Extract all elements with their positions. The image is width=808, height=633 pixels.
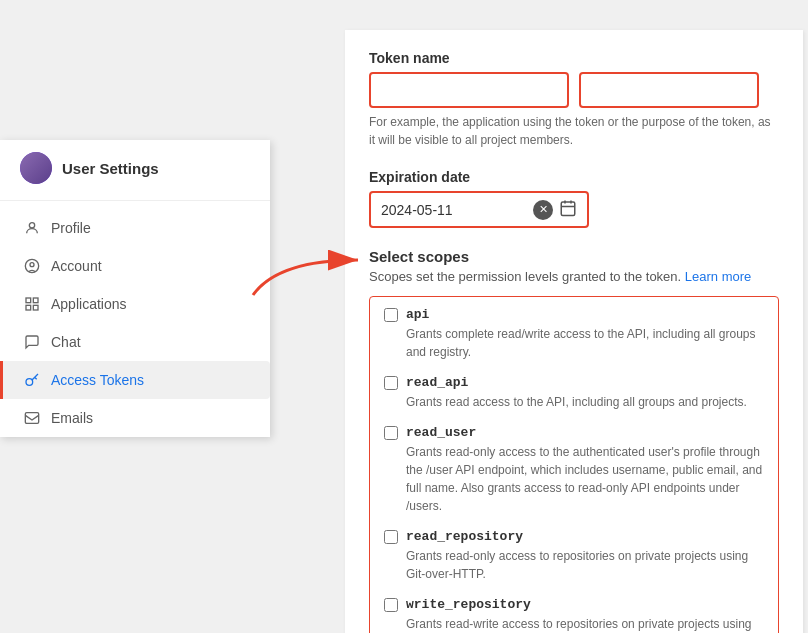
scopes-box: api Grants complete read/write access to…	[369, 296, 779, 633]
account-icon	[23, 257, 41, 275]
svg-point-2	[30, 263, 34, 267]
scope-write-repository-name: write_repository	[406, 597, 531, 612]
sidebar-title: User Settings	[62, 160, 159, 177]
avatar	[20, 152, 52, 184]
scope-api-name: api	[406, 307, 429, 322]
scope-write-repository: write_repository Grants read-write acces…	[384, 597, 764, 633]
clear-date-icon[interactable]: ✕	[533, 200, 553, 220]
svg-rect-3	[26, 298, 31, 303]
form-section: Token name For example, the application …	[369, 50, 779, 633]
scope-read-api-checkbox[interactable]	[384, 376, 398, 390]
scope-read-repository-header: read_repository	[384, 529, 764, 544]
token-name-input[interactable]	[369, 72, 569, 108]
expiration-group: Expiration date ✕	[369, 169, 779, 228]
token-name-input-2[interactable]	[579, 72, 759, 108]
token-name-group: Token name For example, the application …	[369, 50, 779, 149]
scopes-section: Select scopes Scopes set the permission …	[369, 248, 779, 633]
scope-read-repository-checkbox[interactable]	[384, 530, 398, 544]
date-input[interactable]	[381, 202, 533, 218]
svg-rect-5	[26, 305, 31, 310]
sidebar-item-profile[interactable]: Profile	[0, 209, 270, 247]
scope-api-header: api	[384, 307, 764, 322]
scope-read-user-name: read_user	[406, 425, 476, 440]
date-icons: ✕	[533, 199, 577, 220]
chat-icon	[23, 333, 41, 351]
scope-read-api-name: read_api	[406, 375, 468, 390]
scope-read-user-checkbox[interactable]	[384, 426, 398, 440]
page-wrapper: User Settings Profile Account	[0, 0, 808, 633]
sidebar-item-chat[interactable]: Chat	[0, 323, 270, 361]
scope-api-checkbox[interactable]	[384, 308, 398, 322]
sidebar-item-emails[interactable]: Emails	[0, 399, 270, 437]
sidebar-item-emails-label: Emails	[51, 410, 93, 426]
scope-read-repository: read_repository Grants read-only access …	[384, 529, 764, 583]
svg-rect-6	[33, 305, 38, 310]
scope-read-repository-name: read_repository	[406, 529, 523, 544]
sidebar: User Settings Profile Account	[0, 140, 270, 437]
sidebar-item-account-label: Account	[51, 258, 102, 274]
token-name-label: Token name	[369, 50, 779, 66]
sidebar-header: User Settings	[0, 140, 270, 201]
token-name-row	[369, 72, 779, 108]
learn-more-link[interactable]: Learn more	[685, 269, 751, 284]
date-input-wrapper[interactable]: ✕	[369, 191, 589, 228]
scope-api: api Grants complete read/write access to…	[384, 307, 764, 361]
sidebar-item-access-tokens-label: Access Tokens	[51, 372, 144, 388]
scopes-title: Select scopes	[369, 248, 779, 265]
scope-write-repository-header: write_repository	[384, 597, 764, 612]
sidebar-item-applications[interactable]: Applications	[0, 285, 270, 323]
sidebar-item-applications-label: Applications	[51, 296, 127, 312]
scope-read-user-header: read_user	[384, 425, 764, 440]
sidebar-item-access-tokens[interactable]: Access Tokens	[0, 361, 270, 399]
token-name-hint: For example, the application using the t…	[369, 113, 779, 149]
calendar-icon[interactable]	[559, 199, 577, 220]
scope-write-repository-checkbox[interactable]	[384, 598, 398, 612]
expiration-label: Expiration date	[369, 169, 779, 185]
key-icon	[23, 371, 41, 389]
scope-write-repository-desc: Grants read-write access to repositories…	[406, 615, 764, 633]
scope-read-user: read_user Grants read-only access to the…	[384, 425, 764, 515]
svg-rect-4	[33, 298, 38, 303]
svg-rect-10	[561, 202, 575, 216]
grid-icon	[23, 295, 41, 313]
scope-api-desc: Grants complete read/write access to the…	[406, 325, 764, 361]
sidebar-item-profile-label: Profile	[51, 220, 91, 236]
svg-point-0	[29, 223, 34, 228]
svg-rect-8	[25, 413, 38, 424]
scope-read-api-desc: Grants read access to the API, including…	[406, 393, 764, 411]
sidebar-item-chat-label: Chat	[51, 334, 81, 350]
sidebar-nav: Profile Account Applications	[0, 209, 270, 437]
person-icon	[23, 219, 41, 237]
scope-read-api: read_api Grants read access to the API, …	[384, 375, 764, 411]
scope-read-api-header: read_api	[384, 375, 764, 390]
sidebar-item-account[interactable]: Account	[0, 247, 270, 285]
main-content: Token name For example, the application …	[345, 30, 803, 633]
scope-read-user-desc: Grants read-only access to the authentic…	[406, 443, 764, 515]
scopes-desc: Scopes set the permission levels granted…	[369, 269, 779, 284]
email-icon	[23, 409, 41, 427]
scope-read-repository-desc: Grants read-only access to repositories …	[406, 547, 764, 583]
